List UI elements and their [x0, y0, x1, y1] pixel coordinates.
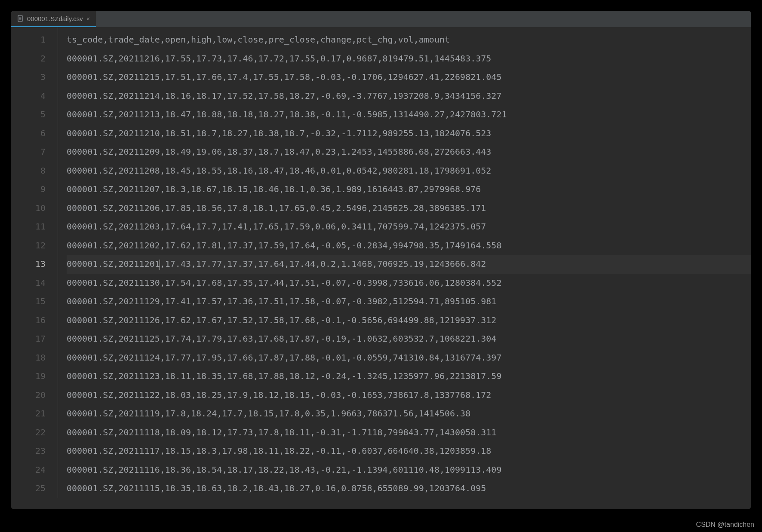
- code-line[interactable]: 000001.SZ,20211215,17.51,17.66,17.4,17.5…: [67, 68, 751, 87]
- text-content[interactable]: ts_code,trade_date,open,high,low,close,p…: [58, 27, 751, 498]
- editor-body: 1234567891011121314151617181920212223242…: [11, 27, 751, 498]
- line-number: 6: [11, 124, 46, 143]
- line-number: 4: [11, 87, 46, 106]
- line-number: 23: [11, 442, 46, 461]
- line-number: 18: [11, 349, 46, 367]
- code-line[interactable]: 000001.SZ,20211122,18.03,18.25,17.9,18.1…: [67, 386, 751, 405]
- tab-title: 000001.SZdaily.csv: [27, 15, 83, 22]
- code-line[interactable]: 000001.SZ,20211210,18.51,18.7,18.27,18.3…: [67, 124, 751, 143]
- line-number: 25: [11, 479, 46, 498]
- line-number: 15: [11, 292, 46, 311]
- tab-bar: 000001.SZdaily.csv ✕: [11, 11, 751, 27]
- line-number: 20: [11, 386, 46, 405]
- watermark-text: CSDN @tandichen: [696, 521, 754, 529]
- line-number: 8: [11, 162, 46, 180]
- editor-window: 000001.SZdaily.csv ✕ 1234567891011121314…: [11, 11, 751, 509]
- code-line[interactable]: 000001.SZ,20211124,17.77,17.95,17.66,17.…: [67, 349, 751, 367]
- code-line[interactable]: 000001.SZ,20211123,18.11,18.35,17.68,17.…: [67, 367, 751, 386]
- line-number: 3: [11, 68, 46, 87]
- line-number: 7: [11, 143, 46, 162]
- line-number: 9: [11, 180, 46, 199]
- line-number: 11: [11, 217, 46, 236]
- line-number: 19: [11, 367, 46, 386]
- code-line[interactable]: 000001.SZ,20211116,18.36,18.54,18.17,18.…: [67, 461, 751, 480]
- line-number: 12: [11, 236, 46, 255]
- line-number: 22: [11, 423, 46, 442]
- code-line[interactable]: 000001.SZ,20211213,18.47,18.88,18.18,18.…: [67, 105, 751, 124]
- code-line[interactable]: 000001.SZ,20211119,17.8,18.24,17.7,18.15…: [67, 404, 751, 423]
- code-line[interactable]: 000001.SZ,20211209,18.49,19.06,18.37,18.…: [67, 143, 751, 162]
- code-line[interactable]: 000001.SZ,20211202,17.62,17.81,17.37,17.…: [67, 236, 751, 255]
- line-number: 16: [11, 311, 46, 330]
- line-number: 21: [11, 404, 46, 423]
- code-line[interactable]: 000001.SZ,20211130,17.54,17.68,17.35,17.…: [67, 274, 751, 293]
- code-line[interactable]: 000001.SZ,20211208,18.45,18.55,18.16,18.…: [67, 162, 751, 180]
- line-number: 14: [11, 274, 46, 293]
- code-line[interactable]: 000001.SZ,20211207,18.3,18.67,18.15,18.4…: [67, 180, 751, 199]
- code-line[interactable]: 000001.SZ,20211216,17.55,17.73,17.46,17.…: [67, 49, 751, 68]
- code-line[interactable]: 000001.SZ,20211206,17.85,18.56,17.8,18.1…: [67, 199, 751, 218]
- code-line[interactable]: 000001.SZ,20211125,17.74,17.79,17.63,17.…: [67, 330, 751, 349]
- code-line[interactable]: ts_code,trade_date,open,high,low,close,p…: [67, 31, 751, 49]
- line-number: 1: [11, 31, 46, 49]
- code-line[interactable]: 000001.SZ,20211118,18.09,18.12,17.73,17.…: [67, 423, 751, 442]
- code-line[interactable]: 000001.SZ,20211214,18.16,18.17,17.52,17.…: [67, 87, 751, 106]
- line-number: 5: [11, 105, 46, 124]
- close-icon[interactable]: ✕: [86, 15, 90, 22]
- code-line[interactable]: 000001.SZ,20211117,18.15,18.3,17.98,18.1…: [67, 442, 751, 461]
- line-number: 10: [11, 199, 46, 218]
- line-number: 13: [11, 255, 46, 274]
- code-line[interactable]: 000001.SZ,20211115,18.35,18.63,18.2,18.4…: [67, 479, 751, 498]
- line-number-gutter: 1234567891011121314151617181920212223242…: [11, 27, 58, 498]
- line-number: 17: [11, 330, 46, 349]
- code-line[interactable]: 000001.SZ,20211201,17.43,17.77,17.37,17.…: [67, 255, 751, 274]
- code-line[interactable]: 000001.SZ,20211203,17.64,17.7,17.41,17.6…: [67, 217, 751, 236]
- code-line[interactable]: 000001.SZ,20211126,17.62,17.67,17.52,17.…: [67, 311, 751, 330]
- file-tab[interactable]: 000001.SZdaily.csv ✕: [11, 11, 96, 27]
- line-number: 24: [11, 461, 46, 480]
- line-number: 2: [11, 49, 46, 68]
- file-icon: [17, 15, 24, 22]
- code-line[interactable]: 000001.SZ,20211129,17.41,17.57,17.36,17.…: [67, 292, 751, 311]
